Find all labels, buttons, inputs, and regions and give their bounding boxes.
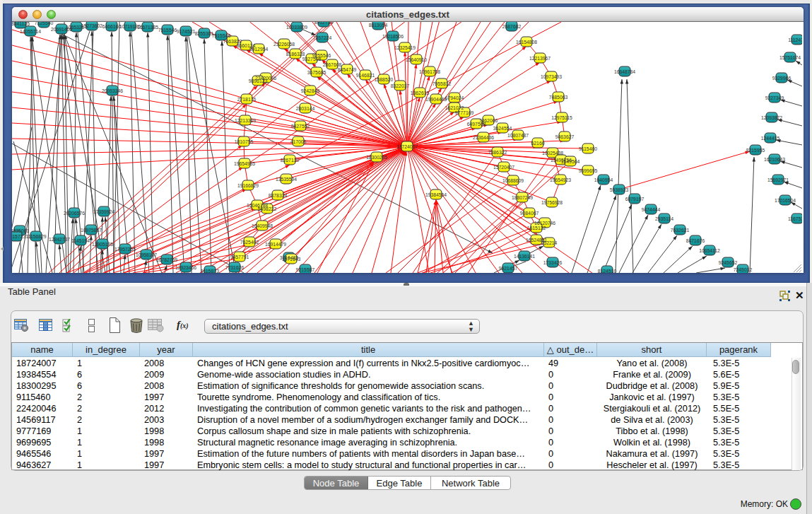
svg-text:7245012: 7245012 xyxy=(734,267,753,272)
svg-text:16120746: 16120746 xyxy=(534,221,555,226)
svg-text:2935114: 2935114 xyxy=(655,216,673,221)
svg-text:15720407: 15720407 xyxy=(493,165,514,170)
svg-text:252214: 252214 xyxy=(541,240,558,245)
svg-text:16409948: 16409948 xyxy=(252,223,273,228)
svg-text:19218506: 19218506 xyxy=(382,34,404,39)
svg-text:2687682: 2687682 xyxy=(502,24,522,29)
svg-text:5938923: 5938923 xyxy=(610,187,629,192)
svg-text:9245652: 9245652 xyxy=(719,260,738,265)
svg-text:14055714: 14055714 xyxy=(20,29,41,34)
svg-text:2867608: 2867608 xyxy=(323,62,342,67)
svg-text:20053346: 20053346 xyxy=(102,88,123,93)
svg-text:8841125: 8841125 xyxy=(12,22,30,26)
svg-text:62160: 62160 xyxy=(531,141,545,146)
svg-text:8322037: 8322037 xyxy=(391,83,410,88)
svg-text:15692971: 15692971 xyxy=(767,177,789,182)
svg-text:19384554: 19384554 xyxy=(425,192,447,197)
svg-text:1362615: 1362615 xyxy=(411,90,430,95)
svg-text:10807487: 10807487 xyxy=(507,133,529,138)
svg-text:17016504: 17016504 xyxy=(775,198,796,203)
svg-text:7125540: 7125540 xyxy=(35,22,54,25)
svg-text:15273602: 15273602 xyxy=(81,23,102,28)
svg-text:9084067: 9084067 xyxy=(520,211,539,216)
svg-text:7632621: 7632621 xyxy=(671,228,690,233)
svg-text:8215955: 8215955 xyxy=(746,148,765,153)
svg-text:9227349: 9227349 xyxy=(765,95,784,100)
svg-text:9115460: 9115460 xyxy=(579,146,597,151)
svg-text:6794024: 6794024 xyxy=(445,95,464,100)
svg-text:19904448: 19904448 xyxy=(425,97,447,102)
svg-text:7731626: 7731626 xyxy=(225,265,245,270)
svg-text:1549564: 1549564 xyxy=(561,159,580,164)
svg-text:2718176: 2718176 xyxy=(237,97,257,102)
svg-text:1640954: 1640954 xyxy=(594,177,613,182)
svg-text:8454749: 8454749 xyxy=(338,67,357,72)
svg-text:14136141: 14136141 xyxy=(514,254,535,259)
svg-text:9115873: 9115873 xyxy=(201,269,219,274)
svg-text:4835061: 4835061 xyxy=(12,228,29,233)
svg-text:8255301: 8255301 xyxy=(195,31,214,36)
svg-text:12093872: 12093872 xyxy=(761,115,782,120)
svg-text:10958107: 10958107 xyxy=(136,252,157,257)
svg-text:16671385: 16671385 xyxy=(137,25,158,30)
svg-text:12975115: 12975115 xyxy=(551,115,572,120)
svg-text:9457791: 9457791 xyxy=(230,255,249,259)
svg-text:17957255: 17957255 xyxy=(114,247,136,252)
svg-text:12213369: 12213369 xyxy=(235,118,256,123)
svg-text:1588520: 1588520 xyxy=(375,77,394,82)
svg-text:7955812: 7955812 xyxy=(433,81,452,86)
svg-text:6466160: 6466160 xyxy=(102,24,122,29)
svg-text:16782759: 16782759 xyxy=(156,257,177,262)
svg-text:417006: 417006 xyxy=(290,139,307,144)
svg-text:9699695: 9699695 xyxy=(579,168,598,173)
svg-text:8912734: 8912734 xyxy=(314,22,334,25)
svg-text:10688609: 10688609 xyxy=(502,178,524,183)
svg-text:11156829: 11156829 xyxy=(25,234,46,239)
svg-text:7357224: 7357224 xyxy=(313,35,332,40)
svg-text:3675685: 3675685 xyxy=(307,70,326,75)
svg-text:8878334: 8878334 xyxy=(269,193,288,198)
svg-text:10973493: 10973493 xyxy=(541,74,562,79)
svg-text:9146821: 9146821 xyxy=(356,73,375,78)
svg-text:7462066: 7462066 xyxy=(479,118,498,123)
svg-text:2803144: 2803144 xyxy=(296,106,315,111)
svg-text:12842737: 12842737 xyxy=(49,237,70,242)
svg-text:9896123: 9896123 xyxy=(249,78,268,83)
svg-text:13535594: 13535594 xyxy=(276,177,297,182)
svg-text:1145194: 1145194 xyxy=(71,238,90,243)
svg-text:10975887: 10975887 xyxy=(81,228,102,233)
svg-text:10961758: 10961758 xyxy=(419,69,440,74)
svg-text:8267130: 8267130 xyxy=(281,158,300,163)
svg-text:15751074: 15751074 xyxy=(779,55,801,60)
svg-text:9474444: 9474444 xyxy=(642,207,661,212)
svg-text:9242848: 9242848 xyxy=(301,88,320,93)
svg-text:9621457: 9621457 xyxy=(499,266,518,271)
svg-text:10025438: 10025438 xyxy=(542,151,563,156)
svg-text:8427552: 8427552 xyxy=(291,124,310,129)
svg-text:12325419: 12325419 xyxy=(394,45,416,50)
svg-text:21364436: 21364436 xyxy=(473,135,494,140)
svg-text:17359924: 17359924 xyxy=(93,209,114,214)
svg-text:8186328: 8186328 xyxy=(286,52,305,57)
svg-text:9777169: 9777169 xyxy=(455,110,474,115)
svg-text:1244415: 1244415 xyxy=(761,136,780,141)
svg-text:18807249: 18807249 xyxy=(512,195,533,200)
svg-text:1167534: 1167534 xyxy=(788,216,802,221)
svg-text:8471676: 8471676 xyxy=(686,238,705,243)
svg-text:19654923: 19654923 xyxy=(550,177,571,182)
svg-text:9255546: 9255546 xyxy=(312,53,331,58)
svg-text:12213967: 12213967 xyxy=(529,56,551,61)
svg-text:1571643: 1571643 xyxy=(282,257,301,262)
svg-text:3624554: 3624554 xyxy=(493,126,512,131)
svg-text:9215587: 9215587 xyxy=(296,267,315,272)
svg-text:8813054: 8813054 xyxy=(369,23,388,28)
svg-text:16648784: 16648784 xyxy=(614,69,635,74)
svg-text:9463627: 9463627 xyxy=(555,134,575,139)
svg-text:7386322: 7386322 xyxy=(488,150,507,155)
svg-text:8912954: 8912954 xyxy=(249,47,269,52)
svg-text:9174521: 9174521 xyxy=(177,29,196,34)
svg-text:19166829: 19166829 xyxy=(237,183,259,188)
svg-text:16154808: 16154808 xyxy=(516,40,537,45)
svg-text:1810755: 1810755 xyxy=(235,139,254,144)
svg-text:19654985: 19654985 xyxy=(234,161,255,166)
